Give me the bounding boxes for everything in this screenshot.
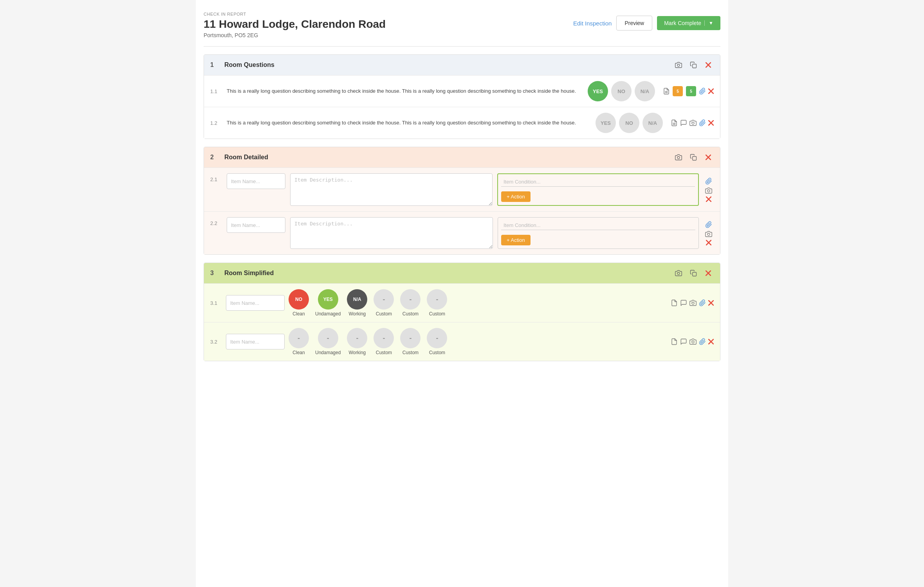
row-3-1-circle-clean: NO Clean — [289, 289, 309, 317]
answer-no-btn[interactable]: NO — [619, 113, 639, 133]
section-1-delete-icon[interactable] — [703, 59, 714, 70]
section-1-row-1: 1.1 This is a really long question descr… — [204, 75, 720, 107]
preview-button[interactable]: Preview — [616, 16, 652, 31]
row-3-2-chat-icon[interactable] — [680, 338, 687, 345]
row-1-1-delete-icon[interactable] — [708, 88, 714, 94]
row-2-2-action-button[interactable]: + Action — [501, 235, 531, 245]
row-1-1-answers: YES NO N/A — [588, 81, 655, 101]
row-3-1-custom3-btn[interactable]: - — [427, 289, 447, 310]
row-2-2-name-input[interactable] — [227, 217, 285, 233]
row-1-2-number: 1.2 — [210, 120, 222, 126]
answer-no-btn[interactable]: NO — [611, 81, 632, 101]
row-3-2-custom1-label: Custom — [376, 350, 392, 355]
row-3-1-circle-custom1: - Custom — [374, 289, 394, 317]
section-2-icons — [673, 152, 714, 163]
section-1-copy-icon[interactable] — [688, 59, 699, 70]
row-3-1-delete-icon[interactable] — [708, 300, 714, 306]
section-1-row-2: 1.2 This is a really long question descr… — [204, 107, 720, 139]
row-3-1-undamaged-btn[interactable]: YES — [318, 289, 338, 310]
row-3-2-custom2-btn[interactable]: - — [400, 328, 420, 348]
row-2-1-condition-input[interactable] — [501, 177, 695, 187]
section-3-header: 3 Room Simplified — [204, 263, 720, 283]
answer-yes-btn[interactable]: YES — [588, 81, 608, 101]
section-3-copy-icon[interactable] — [688, 268, 699, 279]
section-3-delete-icon[interactable] — [703, 268, 714, 279]
property-title: 11 Howard Lodge, Clarendon Road — [204, 18, 386, 31]
row-2-2-camera-icon[interactable] — [705, 230, 712, 238]
row-2-1-number: 2.1 — [210, 173, 222, 206]
svg-point-0 — [677, 64, 680, 67]
row-3-2-undamaged-btn[interactable]: - — [318, 328, 338, 348]
row-2-1-camera-icon[interactable] — [705, 187, 712, 194]
section-1-camera-icon[interactable] — [673, 59, 684, 70]
section-2-copy-icon[interactable] — [688, 152, 699, 163]
row-3-2-clean-label: Clean — [292, 350, 305, 355]
row-3-1-circle-working: N/A Working — [347, 289, 367, 317]
row-1-1-orange-photo-icon[interactable]: 5 — [672, 86, 683, 97]
row-3-1-doc-icon[interactable] — [671, 299, 678, 306]
row-1-2-doc-icon[interactable] — [671, 119, 678, 126]
row-3-2-delete-icon[interactable] — [708, 339, 714, 344]
section-3-title: Room Simplified — [224, 270, 673, 277]
answer-na-btn[interactable]: N/A — [635, 81, 655, 101]
row-3-1-camera-icon[interactable] — [689, 299, 697, 306]
row-1-2-chat-icon[interactable] — [680, 119, 687, 126]
row-2-2-condition-input[interactable] — [501, 221, 695, 230]
row-3-1-custom1-btn[interactable]: - — [374, 289, 394, 310]
row-3-1-custom2-btn[interactable]: - — [400, 289, 420, 310]
section-1: 1 Room Questions 1.1 This is a really lo… — [204, 54, 720, 139]
svg-rect-14 — [693, 157, 697, 160]
mark-complete-arrow: ▼ — [704, 20, 713, 26]
row-3-2-camera-icon[interactable] — [689, 338, 697, 345]
section-3-icons — [673, 268, 714, 279]
row-3-2-name-input[interactable] — [226, 334, 285, 349]
row-3-1-chat-icon[interactable] — [680, 299, 687, 306]
row-3-1-clean-btn[interactable]: NO — [289, 289, 309, 310]
section-2-header: 2 Room Detailed — [204, 147, 720, 167]
row-3-2-working-btn[interactable]: - — [347, 328, 367, 348]
row-2-1-delete-icon[interactable] — [706, 196, 711, 202]
row-3-2-circle-custom3: - Custom — [427, 328, 447, 355]
row-1-2-camera-icon[interactable] — [689, 119, 697, 126]
row-3-1-working-btn[interactable]: N/A — [347, 289, 367, 310]
row-1-1-icons: 5 5 — [663, 86, 714, 97]
row-3-1-clean-label: Clean — [292, 311, 305, 317]
row-3-1-name-input[interactable] — [226, 295, 285, 311]
row-2-2-attach-icon[interactable] — [705, 221, 712, 228]
row-2-1-action-button[interactable]: + Action — [501, 191, 531, 202]
svg-point-27 — [692, 302, 694, 304]
answer-yes-btn[interactable]: YES — [596, 113, 616, 133]
section-1-title: Room Questions — [224, 61, 673, 68]
row-3-2-custom3-btn[interactable]: - — [427, 328, 447, 348]
row-1-1-attach-icon[interactable] — [699, 88, 706, 95]
row-3-1-custom3-label: Custom — [429, 311, 445, 317]
row-3-2-custom1-btn[interactable]: - — [374, 328, 394, 348]
row-2-2-desc-input[interactable] — [290, 217, 493, 249]
row-3-2-doc-icon[interactable] — [671, 338, 678, 345]
row-2-1-desc-input[interactable] — [290, 173, 493, 206]
row-3-2-custom2-label: Custom — [402, 350, 419, 355]
row-3-1-side-icons — [671, 299, 714, 306]
row-3-2-clean-btn[interactable]: - — [289, 328, 309, 348]
row-1-2-attach-icon[interactable] — [699, 119, 706, 126]
row-1-1-doc-icon[interactable] — [663, 88, 670, 95]
row-1-2-delete-icon[interactable] — [708, 120, 714, 126]
row-1-1-question: This is a really long question describin… — [227, 87, 583, 95]
row-2-2-delete-icon[interactable] — [706, 240, 711, 245]
row-3-2-side-icons — [671, 338, 714, 345]
section-2-camera-icon[interactable] — [673, 152, 684, 163]
svg-point-17 — [707, 189, 710, 192]
row-2-1-attach-icon[interactable] — [705, 178, 712, 185]
mark-complete-button[interactable]: Mark Complete ▼ — [657, 16, 720, 30]
row-1-1-orange-attach-icon[interactable]: 5 — [686, 86, 697, 97]
section-1-header: 1 Room Questions — [204, 55, 720, 75]
row-3-2-circle-working: - Working — [347, 328, 367, 355]
row-3-2-circle-clean: - Clean — [289, 328, 309, 355]
edit-inspection-link[interactable]: Edit Inspection — [573, 20, 612, 27]
section-3-camera-icon[interactable] — [673, 268, 684, 279]
answer-na-btn[interactable]: N/A — [642, 113, 663, 133]
row-2-1-name-input[interactable] — [227, 173, 285, 189]
section-2-delete-icon[interactable] — [703, 152, 714, 163]
row-3-1-attach-icon[interactable] — [699, 299, 706, 306]
row-3-2-attach-icon[interactable] — [699, 338, 706, 345]
